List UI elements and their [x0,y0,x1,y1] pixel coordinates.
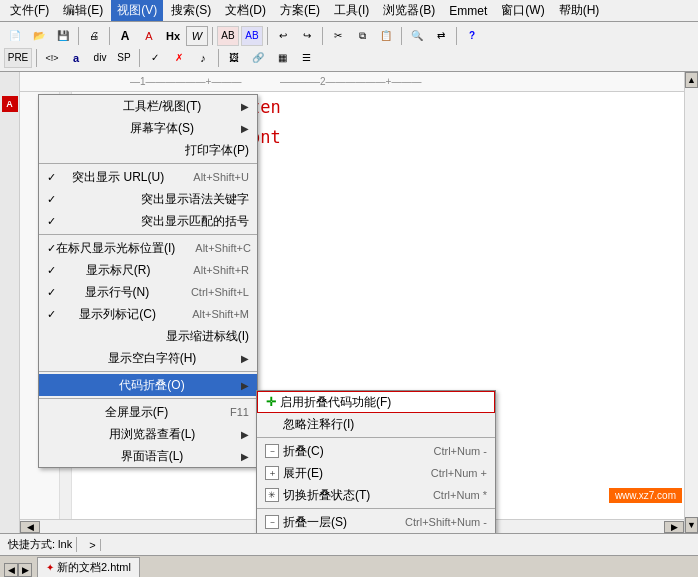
codefold-submenu[interactable]: ✛ 启用折叠代码功能(F) 忽略注释行(I) － 折叠(C) [256,390,496,533]
toolbar-pre[interactable]: PRE [4,48,32,68]
fold-icon: － [265,444,279,458]
submenu-toggle-fold[interactable]: ✳ 切换折叠状态(T) Ctrl+Num * [257,484,495,506]
menu-view[interactable]: 视图(V) [111,0,163,21]
toolbar-font[interactable]: A [138,26,160,46]
menu-view-screen-font[interactable]: 屏幕字体(S) ▶ [39,117,257,139]
toolbar-check[interactable]: ✓ [144,48,166,68]
submenu-sep-1 [257,437,495,438]
ruler-mark-2: ————2——————+——— [280,76,421,87]
menu-view-line-numbers[interactable]: 显示行号(N) Ctrl+Shift+L [39,281,257,303]
toolbar-question[interactable]: ? [461,26,483,46]
toolbar-table[interactable]: ▦ [271,48,293,68]
menu-search[interactable]: 搜索(S) [165,0,217,21]
toolbar-w[interactable]: W [186,26,208,46]
left-sidebar: A [0,72,20,533]
toolbar-div[interactable]: div [89,48,111,68]
toolbar-sep-4 [267,27,268,45]
toolbar-print[interactable]: 🖨 [83,26,105,46]
menubar: 文件(F) 编辑(E) 视图(V) 搜索(S) 文档(D) 方案(E) 工具(I… [0,0,698,22]
scrollbar-v[interactable]: ▲ ▼ [684,72,698,533]
menu-view-whitespace[interactable]: 显示空白字符(H) ▶ [39,347,257,369]
toolbar: 📄 📂 💾 🖨 A A Hx W AB AB ↩ ↪ ✂ ⧉ 📋 🔍 ⇄ ? [0,22,698,72]
menu-view-ruler-cursor[interactable]: 在标尺显示光标位置(I) Alt+Shift+C [39,237,257,259]
submenu-enable-fold[interactable]: ✛ 启用折叠代码功能(F) [257,391,495,413]
submenu-unfold[interactable]: ＋ 展开(E) Ctrl+Num + [257,462,495,484]
toolbar-hx[interactable]: Hx [162,26,184,46]
menu-view-ui-lang[interactable]: 界面语言(L) ▶ [39,445,257,467]
toolbar-search[interactable]: 🔍 [406,26,428,46]
menu-view-show-ruler[interactable]: 显示标尺(R) Alt+Shift+R [39,259,257,281]
status-scroll: > [85,539,100,551]
toolbar-sep-6 [401,27,402,45]
toolbar-bold[interactable]: A [114,26,136,46]
toolbar-link2[interactable]: 🔗 [247,48,269,68]
toolbar-sep-7 [456,27,457,45]
toolbar-new[interactable]: 📄 [4,26,26,46]
menu-edit[interactable]: 编辑(E) [57,0,109,21]
toolbar-ab1[interactable]: AB [217,26,239,46]
scroll-track-v[interactable] [685,88,698,517]
toolbar-sep-8 [36,49,37,67]
tab-icon-html: ✦ [46,562,54,573]
statusbar: 快捷方式: lnk > [0,533,698,555]
menu-tools[interactable]: 工具(I) [328,0,375,21]
menu-view-col-mark[interactable]: 显示列标记(C) Alt+Shift+M [39,303,257,325]
scroll-right[interactable]: ▶ [664,521,684,533]
toolbar-sep-2 [109,27,110,45]
menu-document[interactable]: 文档(D) [219,0,272,21]
tabs-container: ◀ ▶ ✦ 新的文档2.html [4,557,140,577]
menu-view-browser-view[interactable]: 用浏览器查看(L) ▶ [39,423,257,445]
toolbar-ab2[interactable]: AB [241,26,263,46]
toggle-fold-icon: ✳ [265,488,279,502]
toolbar-sp[interactable]: SP [113,48,135,68]
menu-help[interactable]: 帮助(H) [553,0,606,21]
menu-file[interactable]: 文件(F) [4,0,55,21]
menu-window[interactable]: 窗口(W) [495,0,550,21]
toolbar-row-1: 📄 📂 💾 🖨 A A Hx W AB AB ↩ ↪ ✂ ⧉ 📋 🔍 ⇄ ? [4,25,694,47]
toolbar-list[interactable]: ☰ [295,48,317,68]
toolbar-paste[interactable]: 📋 [375,26,397,46]
toolbar-open[interactable]: 📂 [28,26,50,46]
menu-view-fullscreen[interactable]: 全屏显示(F) F11 [39,401,257,423]
sidebar-icon-a: A [2,96,18,112]
menu-emmet[interactable]: Emmet [443,2,493,20]
toolbar-music[interactable]: ♪ [192,48,214,68]
view-menu-dropdown[interactable]: 工具栏/视图(T) ▶ 屏幕字体(S) ▶ 打印字体(P) 突出显示 URL(U… [38,94,258,468]
toolbar-sep-9 [139,49,140,67]
toolbar-tag1[interactable]: <!> [41,48,63,68]
menu-sep-3 [39,371,257,372]
toolbar-undo[interactable]: ↩ [272,26,294,46]
toolbar-sep-3 [212,27,213,45]
submenu-fold[interactable]: － 折叠(C) Ctrl+Num - [257,440,495,462]
toolbar-scissors[interactable]: ✂ [327,26,349,46]
tab-scroll-left[interactable]: ◀ [4,563,18,577]
menu-view-highlight-bracket[interactable]: 突出显示匹配的括号 [39,210,257,232]
toolbar-img[interactable]: 🖼 [223,48,245,68]
menu-view-print-font[interactable]: 打印字体(P) [39,139,257,161]
toolbar-a[interactable]: a [65,48,87,68]
scroll-left[interactable]: ◀ [20,521,40,533]
toolbar-sep-10 [218,49,219,67]
toolbar-save[interactable]: 💾 [52,26,74,46]
toolbar-redo[interactable]: ↪ [296,26,318,46]
menu-view-indent-guide[interactable]: 显示缩进标线(I) [39,325,257,347]
toolbar-row-2: PRE <!> a div SP ✓ ✗ ♪ 🖼 🔗 ▦ ☰ [4,47,694,69]
menu-view-toolbar[interactable]: 工具栏/视图(T) ▶ [39,95,257,117]
menu-view-highlight-url[interactable]: 突出显示 URL(U) Alt+Shift+U [39,166,257,188]
fold-level-icon: － [265,515,279,529]
menu-view-highlight-syntax[interactable]: 突出显示语法关键字 [39,188,257,210]
submenu-ignore-comments[interactable]: 忽略注释行(I) [257,413,495,435]
scroll-up[interactable]: ▲ [685,72,698,88]
menu-browser[interactable]: 浏览器(B) [377,0,441,21]
tab-scroll-right[interactable]: ▶ [18,563,32,577]
editor-window: 文件(F) 编辑(E) 视图(V) 搜索(S) 文档(D) 方案(E) 工具(I… [0,0,698,577]
toolbar-replace[interactable]: ⇄ [430,26,452,46]
menu-scheme[interactable]: 方案(E) [274,0,326,21]
toolbar-x[interactable]: ✗ [168,48,190,68]
menu-view-code-fold[interactable]: 代码折叠(O) ▶ [39,374,257,396]
tab-nav-left[interactable]: ◀ ▶ [4,563,32,577]
scroll-down[interactable]: ▼ [685,517,698,533]
tab-document[interactable]: ✦ 新的文档2.html [37,557,140,577]
toolbar-copy[interactable]: ⧉ [351,26,373,46]
submenu-fold-level[interactable]: － 折叠一层(S) Ctrl+Shift+Num - [257,511,495,533]
